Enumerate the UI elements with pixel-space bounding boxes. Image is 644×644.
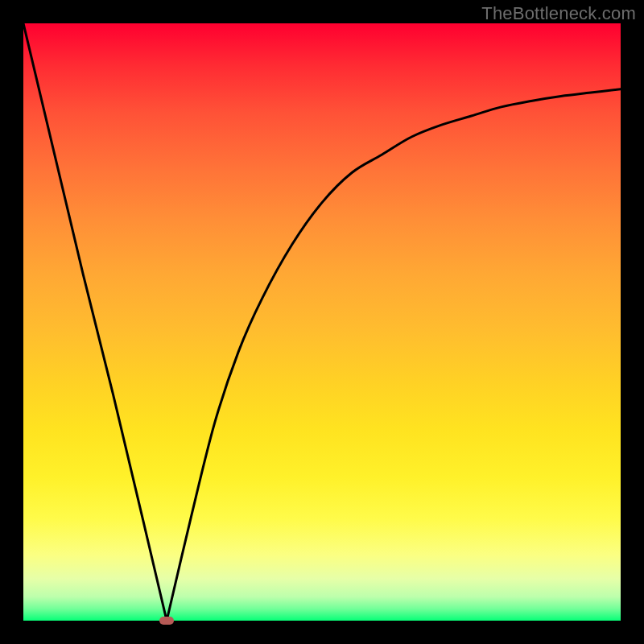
min-marker (159, 617, 174, 625)
plot-area (23, 23, 621, 621)
chart-frame: TheBottleneck.com (0, 0, 644, 644)
curve-svg (23, 23, 621, 621)
curve-path (23, 23, 621, 621)
attribution-text: TheBottleneck.com (481, 3, 636, 24)
